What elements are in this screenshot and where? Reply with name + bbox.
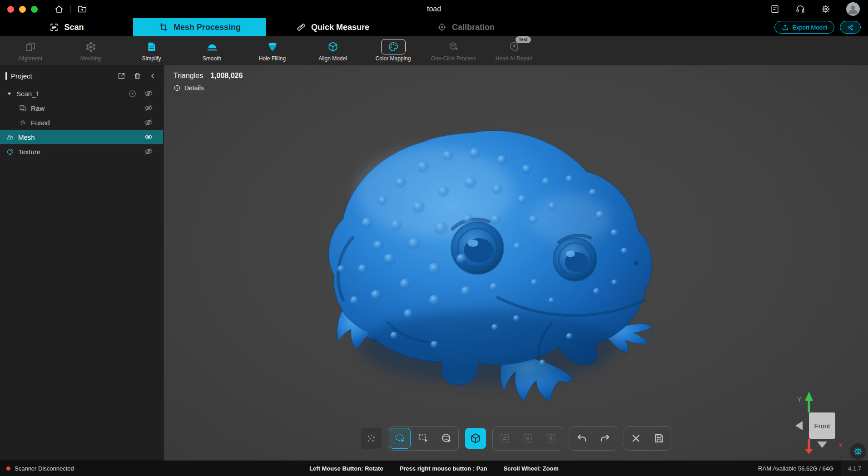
user-avatar[interactable]: [846, 2, 860, 16]
share-button[interactable]: [840, 21, 861, 34]
hint-zoom: Scroll Wheel: Zoom: [504, 465, 559, 472]
sphere-select-icon: [441, 432, 452, 444]
tree-item-texture[interactable]: Texture: [0, 144, 163, 159]
app-version: 4.1.7: [841, 461, 868, 476]
tool-alignment[interactable]: Alignment: [0, 40, 60, 62]
lasso-select-icon: [394, 432, 406, 444]
eye-off-icon[interactable]: [144, 89, 153, 98]
tool-meshing[interactable]: Meshing: [60, 40, 121, 62]
tool-align-model[interactable]: Align Model: [303, 40, 363, 62]
eye-off-icon[interactable]: [144, 118, 153, 127]
redo-button[interactable]: [595, 428, 615, 449]
expander-icon[interactable]: [6, 91, 12, 97]
project-panel-header: Project: [0, 65, 163, 86]
export-icon[interactable]: [117, 72, 126, 80]
simplify-icon: [146, 40, 158, 54]
tab-scan[interactable]: Scan: [0, 18, 133, 36]
save-button[interactable]: [649, 428, 670, 449]
delete-selection-button[interactable]: [541, 428, 561, 449]
support-icon[interactable]: [795, 4, 805, 14]
tree-item-label: Scan_1: [16, 90, 40, 98]
divider: [70, 5, 71, 13]
x-axis-label: x: [839, 441, 842, 448]
title-bar: toad: [0, 0, 868, 18]
project-panel-title: Project: [11, 72, 32, 80]
cube-icon: [470, 432, 481, 444]
export-icon: [782, 24, 789, 31]
invert-selection-button[interactable]: [494, 428, 515, 449]
tool-color-mapping[interactable]: Color Mapping: [363, 40, 423, 62]
discard-button[interactable]: [625, 428, 646, 449]
tool-smooth[interactable]: Smooth: [182, 40, 242, 62]
3d-viewport[interactable]: Triangles 1,008,026 Details: [164, 65, 868, 461]
mesh-display-button[interactable]: [465, 428, 486, 449]
eye-off-icon[interactable]: [144, 103, 153, 113]
tree-item-scan[interactable]: Scan_1: [0, 86, 163, 101]
tool-one-click-process[interactable]: One-Click Process: [423, 40, 484, 62]
tree-item-mesh[interactable]: Mesh: [0, 130, 163, 144]
scanner-status-dot: [6, 466, 10, 471]
rect-select-button[interactable]: [413, 428, 434, 449]
tree-item-fused[interactable]: Fused: [0, 115, 163, 130]
rotate-left-arrow[interactable]: [795, 421, 803, 430]
window-title: toad: [427, 5, 441, 13]
confirm-group: [624, 426, 671, 451]
sphere-select-button[interactable]: [436, 428, 457, 449]
eye-icon[interactable]: [144, 132, 153, 142]
select-tools-group: [388, 426, 459, 451]
triangles-value: 1,008,026: [210, 72, 243, 80]
tool-simplify[interactable]: Simplify: [121, 40, 182, 62]
play-circle-icon[interactable]: [128, 89, 137, 98]
undo-button[interactable]: [571, 428, 592, 449]
deselect-button[interactable]: [517, 428, 538, 449]
home-icon[interactable]: [54, 4, 64, 14]
toad-model[interactable]: [300, 111, 660, 408]
tab-calibration[interactable]: Calibration: [399, 18, 532, 36]
points-icon: [365, 432, 377, 444]
y-axis-label: Y: [797, 395, 802, 403]
tab-quick-measure[interactable]: Quick Measure: [266, 18, 399, 36]
lasso-select-button[interactable]: [390, 428, 411, 449]
invert-selection-icon: [499, 432, 511, 444]
y-axis-arrow[interactable]: [805, 392, 813, 401]
x-axis-arrow[interactable]: [805, 449, 813, 454]
deselect-icon: [522, 432, 534, 444]
details-toggle[interactable]: Details: [174, 84, 243, 92]
tab-label: Quick Measure: [311, 23, 369, 32]
undo-icon: [576, 432, 588, 444]
collapse-panel-icon[interactable]: [149, 72, 157, 80]
selection-edit-group: [492, 426, 563, 451]
share-icon: [847, 24, 854, 31]
raw-frames-icon: [19, 104, 27, 112]
history-group: [570, 426, 617, 451]
viewport-settings-button[interactable]: [850, 443, 866, 460]
zoom-window-button[interactable]: [31, 6, 38, 13]
ram-available: RAM Available 56.62G / 64G: [758, 461, 841, 476]
feature-points-button[interactable]: [361, 428, 382, 449]
hint-rotate: Left Mouse Button: Rotate: [309, 465, 383, 472]
open-project-icon[interactable]: [77, 4, 87, 14]
export-model-button[interactable]: Export Model: [774, 21, 834, 34]
minimize-window-button[interactable]: [19, 6, 26, 13]
one-click-icon: [448, 40, 460, 54]
hole-filling-icon: [267, 40, 278, 54]
view-orientation-gizmo[interactable]: Y Front x: [792, 388, 860, 456]
mesh-icon: [6, 133, 14, 141]
point-cloud-icon: [19, 119, 27, 127]
rect-select-icon: [417, 432, 429, 444]
tree-item-raw[interactable]: Raw: [0, 101, 163, 115]
tool-hole-filling[interactable]: Hole Filling: [242, 40, 303, 62]
trash-icon[interactable]: [133, 72, 142, 80]
tool-head-ai-repair[interactable]: Test Head AI Repair: [484, 40, 544, 62]
settings-icon[interactable]: [821, 4, 831, 14]
feedback-icon[interactable]: [770, 4, 780, 14]
smooth-icon: [206, 40, 218, 54]
triangles-label: Triangles: [174, 72, 203, 80]
eye-off-icon[interactable]: [144, 147, 153, 156]
close-window-button[interactable]: [7, 6, 14, 13]
info-icon: [174, 84, 181, 92]
tree-item-label: Raw: [31, 104, 45, 112]
rotate-down-arrow[interactable]: [817, 442, 827, 448]
tab-mesh-processing[interactable]: Mesh Processing: [133, 18, 266, 36]
app-window: toad Scan Mesh Processing: [0, 0, 868, 476]
